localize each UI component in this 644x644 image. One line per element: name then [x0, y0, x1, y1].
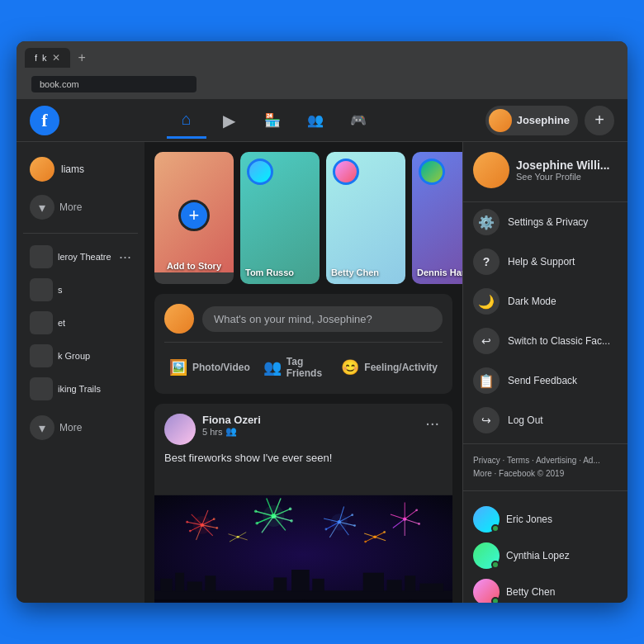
svg-rect-7 — [291, 570, 310, 592]
nav-right-controls: Josephine + — [485, 106, 614, 135]
sidebar-more-button[interactable]: ▾ More — [23, 188, 138, 226]
tag-friends-icon: 👥 — [263, 358, 282, 376]
tab-close-button[interactable]: ✕ — [52, 52, 60, 64]
switch-classic-label: Switch to Classic Fac... — [508, 335, 610, 347]
sidebar-more-icon: ▾ — [30, 195, 54, 220]
add-story-label: Add to Story — [164, 261, 224, 271]
group-icon-2 — [30, 278, 53, 301]
dark-mode-icon: 🌙 — [473, 288, 500, 315]
nav-user-button[interactable]: Josephine — [485, 106, 578, 135]
svg-point-23 — [213, 518, 215, 520]
nav-user-avatar — [489, 109, 512, 132]
stories-row: + Add to Story Tom Russo — [154, 152, 452, 284]
contact-name-betty: Betty Chen — [506, 586, 555, 598]
svg-rect-12 — [419, 584, 443, 592]
group-label-3: et — [58, 318, 65, 328]
nav-groups-button[interactable]: 👥 — [296, 102, 335, 139]
address-input[interactable]: book.com — [31, 76, 197, 92]
logout-icon: ↪ — [473, 407, 500, 433]
story-card-betty[interactable]: Betty Chen — [326, 152, 405, 284]
menu-switch-classic[interactable]: ↩ Switch to Classic Fac... — [463, 321, 627, 361]
post-meta: Fiona Ozeri 5 hrs 👥 — [202, 414, 415, 437]
svg-point-73 — [193, 516, 211, 534]
sidebar-group-item-3[interactable]: et — [23, 306, 138, 339]
sidebar-user-label: liams — [61, 163, 84, 175]
nav-create-button[interactable]: + — [585, 106, 614, 135]
sidebar-more-groups-button[interactable]: ▾ More — [23, 409, 138, 447]
nav-marketplace-button[interactable]: 🏪 — [253, 102, 292, 139]
feeling-activity-label: Feeling/Activity — [364, 362, 438, 373]
svg-point-25 — [189, 530, 192, 533]
group-icon-3 — [30, 311, 53, 334]
composer-actions: 🖼️ Photo/Video 👥 Tag Friends 😊 Feeling/A… — [164, 342, 443, 384]
menu-send-feedback[interactable]: 📋 Send Feedback — [463, 361, 627, 400]
news-feed: + Add to Story Tom Russo — [144, 142, 462, 603]
browser-tabs: f k ✕ + — [25, 48, 619, 68]
contact-cynthia[interactable]: Cynthia Lopez — [473, 537, 618, 574]
nav-video-button[interactable]: ▶ — [210, 102, 249, 139]
dark-mode-label: Dark Mode — [508, 296, 556, 307]
profile-menu-sub: See Your Profile — [516, 172, 609, 182]
svg-rect-10 — [387, 580, 402, 591]
group-label-5: iking Trails — [58, 384, 101, 394]
svg-point-70 — [383, 531, 386, 533]
sidebar-item-user[interactable]: liams — [23, 150, 138, 188]
menu-logout[interactable]: ↪ Log Out — [463, 400, 627, 440]
help-icon: ? — [473, 249, 500, 275]
top-navigation: f ⌂ ▶ 🏪 👥 🎮 Josephine + — [17, 99, 627, 142]
help-label: Help & Support — [508, 256, 575, 268]
photo-video-icon: 🖼️ — [169, 358, 187, 376]
contact-eric[interactable]: Eric Jones — [473, 501, 618, 537]
menu-settings-privacy[interactable]: ⚙️ Settings & Privacy — [463, 202, 627, 242]
sidebar-groups-section: leroy Theatre ··· s et k Group — [23, 233, 138, 447]
online-dot-cynthia — [491, 561, 500, 569]
svg-rect-5 — [205, 575, 215, 591]
post-author-avatar — [164, 414, 196, 445]
svg-point-59 — [418, 523, 420, 525]
footer-links: Privacy · Terms · Advertising · Ad... Mo… — [463, 447, 627, 487]
composer-avatar — [164, 304, 194, 334]
photo-video-button[interactable]: 🖼️ Photo/Video — [164, 351, 255, 384]
tab-favicon: f — [35, 53, 37, 63]
svg-point-72 — [263, 505, 284, 527]
svg-point-36 — [289, 508, 292, 511]
contacts-section: Eric Jones Cynthia Lopez Betty Chen — [463, 495, 627, 603]
svg-point-58 — [415, 509, 418, 511]
facebook-content: f ⌂ ▶ 🏪 👥 🎮 Josephine + — [17, 99, 627, 603]
new-tab-button[interactable]: + — [73, 50, 91, 65]
feedback-icon: 📋 — [473, 367, 500, 394]
svg-rect-8 — [312, 579, 324, 592]
tag-friends-label: Tag Friends — [286, 356, 329, 379]
contact-betty[interactable]: Betty Chen — [473, 574, 618, 603]
feeling-activity-button[interactable]: 😊 Feeling/Activity — [336, 351, 443, 384]
composer-input-placeholder[interactable]: What's on your mind, Josephine? — [202, 306, 443, 332]
tag-friends-button[interactable]: 👥 Tag Friends — [258, 351, 334, 384]
feeling-activity-icon: 😊 — [341, 358, 359, 376]
nav-gaming-button[interactable]: 🎮 — [339, 102, 378, 139]
sidebar-group-item-5[interactable]: iking Trails — [23, 372, 138, 405]
contact-avatar-betty — [473, 579, 500, 603]
browser-tab[interactable]: f k ✕ — [25, 48, 70, 68]
svg-rect-11 — [405, 575, 415, 591]
sidebar-group-item[interactable]: leroy Theatre ··· — [23, 240, 138, 273]
nav-home-button[interactable]: ⌂ — [167, 102, 206, 139]
story-card-tom[interactable]: Tom Russo — [240, 152, 320, 284]
menu-help-support[interactable]: ? Help & Support — [463, 242, 627, 282]
post-image — [154, 472, 452, 603]
sidebar-group-item-4[interactable]: k Group — [23, 339, 138, 372]
post-more-button[interactable]: ··· — [422, 414, 443, 433]
menu-dark-mode[interactable]: 🌙 Dark Mode — [463, 282, 627, 321]
svg-point-24 — [215, 527, 218, 529]
nav-username-label: Josephine — [517, 114, 570, 126]
svg-rect-2 — [160, 579, 172, 592]
group-icon-4 — [30, 344, 53, 367]
profile-menu-info: Josephine Willi... See Your Profile — [516, 159, 609, 182]
left-sidebar: liams ▾ More leroy Theatre ··· s — [17, 142, 144, 603]
sidebar-user-avatar — [30, 157, 54, 182]
tab-label: k — [42, 53, 47, 63]
sidebar-group-item-2[interactable]: s — [23, 273, 138, 306]
sidebar-more-groups-label: More — [59, 422, 82, 433]
add-story-card[interactable]: + Add to Story — [154, 152, 234, 284]
post-author-name: Fiona Ozeri — [202, 414, 415, 426]
story-card-dennis[interactable]: Dennis Han — [412, 152, 462, 284]
